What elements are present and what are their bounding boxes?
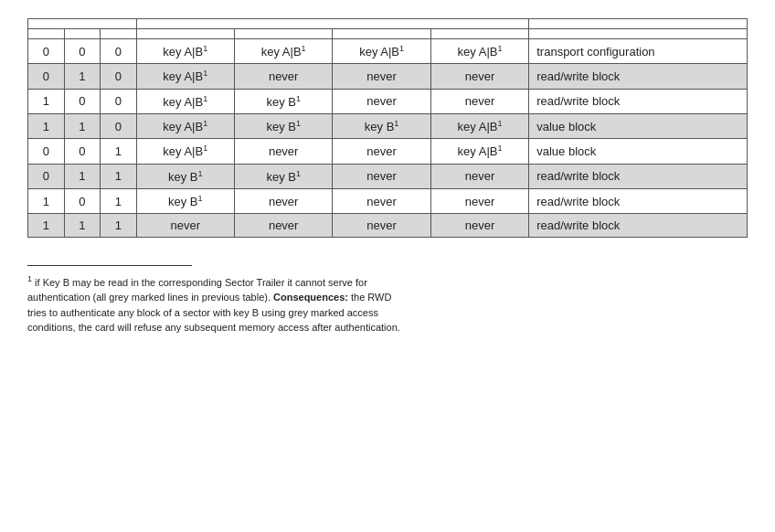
access-conditions-table: 000key A|B1key A|B1key A|B1key A|B1trans… [27,18,748,238]
header-application-sub [529,29,748,39]
table-row: 100key A|B1key B1neverneverread/write bl… [28,89,748,113]
header-write [234,29,332,39]
header-c3 [101,29,137,39]
table-row: 001key A|B1neverneverkey A|B1value block [28,139,748,164]
table-row: 010key A|B1neverneverneverread/write blo… [28,64,748,89]
table-row: 110key A|B1key B1key B1key A|B1value blo… [28,113,748,138]
table-row: 011key B1key B1neverneverread/write bloc… [28,164,748,188]
table-row: 000key A|B1key A|B1key A|B1key A|B1trans… [28,39,748,64]
table-row: 101key B1neverneverneverread/write block [28,188,748,213]
header-c1 [28,29,65,39]
header-access-bits [28,19,137,29]
header-read [136,29,234,39]
header-decrement [430,29,528,39]
header-access-condition [136,19,529,29]
footnote-text-bold: Consequences: [273,292,348,303]
footnote: 1 if Key B may be read in the correspond… [27,273,411,335]
header-c2 [64,29,101,39]
table-row: 111neverneverneverneverread/write block [28,214,748,238]
footnote-divider [27,265,192,266]
header-increment [333,29,430,39]
header-application [529,19,748,29]
